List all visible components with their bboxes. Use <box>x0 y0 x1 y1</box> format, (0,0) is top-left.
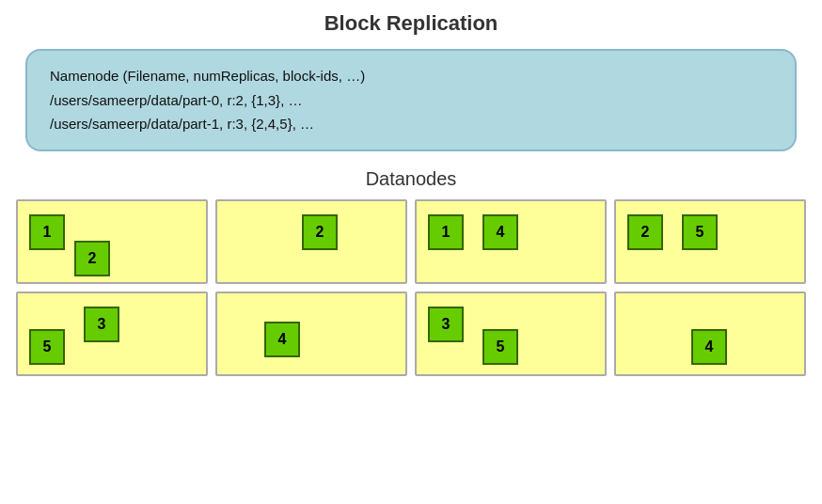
datanode-cell-7: 4 <box>614 291 806 376</box>
page-title: Block Replication <box>15 11 807 36</box>
block-4-0: 5 <box>29 329 65 365</box>
block-3-0: 2 <box>627 214 663 250</box>
datanode-cell-2: 14 <box>415 199 607 284</box>
datanode-grid: 1221425534354 <box>16 199 806 376</box>
block-1-0: 2 <box>302 214 338 250</box>
namenode-line-3: /users/sameerp/data/part-1, r:3, {2,4,5}… <box>50 112 772 136</box>
datanodes-label: Datanodes <box>15 168 807 190</box>
namenode-line-2: /users/sameerp/data/part-0, r:2, {1,3}, … <box>50 88 772 113</box>
block-7-0: 4 <box>691 329 727 365</box>
namenode-line-1: Namenode (Filename, numReplicas, block-i… <box>50 64 772 88</box>
datanode-cell-6: 35 <box>415 291 607 376</box>
datanode-cell-0: 12 <box>16 199 208 284</box>
block-6-1: 5 <box>482 329 518 365</box>
block-3-1: 5 <box>682 214 718 250</box>
datanode-cell-5: 4 <box>215 291 407 376</box>
block-2-0: 1 <box>428 214 464 250</box>
namenode-box: Namenode (Filename, numReplicas, block-i… <box>25 49 797 151</box>
block-2-1: 4 <box>482 214 518 250</box>
page: Block Replication Namenode (Filename, nu… <box>0 0 822 504</box>
datanode-cell-4: 53 <box>16 291 208 376</box>
block-5-0: 4 <box>264 322 300 357</box>
block-6-0: 3 <box>428 307 464 342</box>
datanode-cell-3: 25 <box>614 199 806 284</box>
block-0-1: 2 <box>74 241 110 276</box>
block-4-1: 3 <box>84 307 119 342</box>
datanode-cell-1: 2 <box>215 199 407 284</box>
block-0-0: 1 <box>29 214 65 250</box>
